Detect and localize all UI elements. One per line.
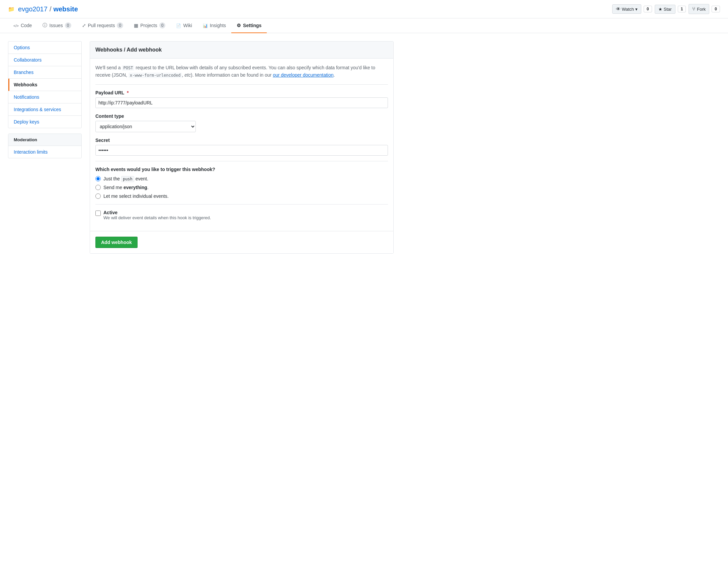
push-code: push — [121, 176, 134, 182]
sidebar-item-collaborators-label: Collaborators — [14, 57, 42, 63]
star-button[interactable]: Star — [655, 5, 675, 14]
pr-icon — [82, 23, 86, 28]
active-checkbox-group: Active We will deliver event details whe… — [95, 210, 388, 220]
event-option-individual: Let me select individual events. — [95, 193, 388, 199]
tab-insights-label: Insights — [210, 23, 226, 28]
nav-tabs: Code Issues 0 Pull requests 0 Projects 0… — [0, 18, 728, 33]
tab-projects[interactable]: Projects 0 — [129, 18, 171, 33]
projects-icon — [134, 23, 138, 28]
active-label-title: Active — [103, 210, 211, 215]
active-checkbox[interactable] — [95, 211, 101, 216]
header-actions: Watch 0 Star 1 Fork 0 — [612, 4, 720, 14]
developer-docs-link[interactable]: our developer documentation — [273, 72, 333, 78]
tab-issues[interactable]: Issues 0 — [37, 18, 76, 33]
tab-pr-label: Pull requests — [88, 23, 115, 28]
insights-icon — [203, 23, 208, 28]
sidebar-item-deploy-keys-label: Deploy keys — [14, 119, 39, 125]
sidebar-item-deploy-keys[interactable]: Deploy keys — [8, 116, 81, 128]
sidebar-item-interaction-limits-label: Interaction limits — [14, 149, 48, 155]
secret-label: Secret — [95, 138, 388, 143]
tab-wiki-label: Wiki — [183, 23, 192, 28]
page-title: Webhooks / Add webhook — [95, 47, 388, 53]
content-area: Webhooks / Add webhook We'll send a POST… — [90, 41, 394, 254]
tab-settings-label: Settings — [243, 23, 261, 28]
tab-wiki[interactable]: Wiki — [171, 18, 197, 33]
sidebar-item-branches-label: Branches — [14, 70, 33, 75]
event-option-push: Just the push event. — [95, 176, 388, 181]
projects-count: 0 — [159, 22, 166, 28]
active-label-container: Active We will deliver event details whe… — [103, 210, 211, 220]
content-type-select[interactable]: application/json application/x-www-form-… — [95, 121, 196, 132]
repo-name-link[interactable]: website — [53, 5, 78, 13]
wiki-icon — [176, 23, 181, 28]
payload-url-input[interactable] — [95, 97, 388, 108]
pr-count: 0 — [117, 22, 123, 28]
event-option-everything: Send me everything. — [95, 185, 388, 190]
push-only-label[interactable]: Just the push event. — [103, 176, 148, 181]
sidebar-item-branches[interactable]: Branches — [8, 66, 81, 79]
sidebar-main-nav: Options Collaborators Branches Webhooks … — [8, 41, 82, 128]
sidebar-item-options[interactable]: Options — [8, 42, 81, 54]
sidebar-item-notifications-label: Notifications — [14, 94, 39, 100]
events-question: Which events would you like to trigger t… — [95, 167, 388, 172]
payload-url-group: Payload URL * — [95, 90, 388, 108]
tab-projects-label: Projects — [140, 23, 157, 28]
repo-title: 📁 evgo2017 / website — [8, 5, 78, 13]
submit-section: Add webhook — [90, 231, 393, 253]
push-only-radio[interactable] — [95, 176, 101, 181]
tab-settings[interactable]: Settings — [231, 18, 267, 33]
event-radio-group: Just the push event. Send me everything.… — [95, 176, 388, 199]
required-indicator: * — [127, 90, 129, 95]
watch-count: 0 — [644, 6, 652, 12]
individual-label[interactable]: Let me select individual events. — [103, 193, 169, 199]
sidebar-item-integrations[interactable]: Integrations & services — [8, 103, 81, 116]
fork-count: 0 — [712, 6, 720, 12]
sidebar-item-webhooks-label: Webhooks — [14, 82, 37, 87]
caret-icon — [635, 7, 638, 12]
description-text: We'll send a POST request to the URL bel… — [95, 64, 388, 79]
everything-strong: everything — [124, 185, 147, 190]
everything-label[interactable]: Send me everything. — [103, 185, 149, 190]
active-label-desc: We will deliver event details when this … — [103, 215, 211, 220]
watch-label: Watch — [622, 7, 634, 12]
star-count: 1 — [678, 6, 686, 12]
settings-icon — [237, 23, 241, 28]
content-type-group: Content type application/json applicatio… — [95, 113, 388, 132]
fork-button[interactable]: Fork — [689, 4, 709, 14]
secret-group: Secret — [95, 138, 388, 156]
content-box-body: We'll send a POST request to the URL bel… — [90, 59, 393, 231]
fork-icon — [692, 6, 696, 12]
add-webhook-button[interactable]: Add webhook — [95, 237, 138, 248]
fork-label: Fork — [697, 7, 706, 12]
issues-count: 0 — [65, 22, 71, 28]
star-icon — [658, 7, 662, 12]
tab-code-label: Code — [21, 23, 32, 28]
individual-radio[interactable] — [95, 193, 101, 199]
tab-code[interactable]: Code — [8, 18, 37, 33]
secret-input[interactable] — [95, 145, 388, 156]
sidebar: Options Collaborators Branches Webhooks … — [8, 41, 82, 254]
eye-icon — [616, 6, 621, 12]
tab-insights[interactable]: Insights — [197, 18, 231, 33]
sidebar-item-notifications[interactable]: Notifications — [8, 91, 81, 103]
repo-header: 📁 evgo2017 / website Watch 0 Star 1 Fork… — [0, 0, 728, 18]
everything-radio[interactable] — [95, 185, 101, 190]
moderation-section-header: Moderation — [8, 134, 81, 146]
breadcrumb-current: Add webhook — [127, 47, 162, 53]
payload-url-section: Payload URL * Content type application/j… — [95, 84, 388, 156]
payload-url-label: Payload URL * — [95, 90, 388, 95]
code-icon — [13, 23, 19, 28]
watch-button[interactable]: Watch — [612, 4, 641, 14]
sidebar-item-integrations-label: Integrations & services — [14, 107, 61, 112]
repo-separator: / — [50, 5, 52, 13]
repo-owner-link[interactable]: evgo2017 — [18, 5, 48, 13]
sidebar-moderation-nav: Moderation Interaction limits — [8, 134, 82, 158]
repo-icon: 📁 — [8, 6, 15, 12]
post-code: POST — [122, 65, 134, 71]
content-box: Webhooks / Add webhook We'll send a POST… — [90, 41, 394, 254]
tab-pull-requests[interactable]: Pull requests 0 — [77, 18, 129, 33]
sidebar-item-interaction-limits[interactable]: Interaction limits — [8, 146, 81, 158]
sidebar-item-collaborators[interactable]: Collaborators — [8, 54, 81, 66]
sidebar-item-webhooks[interactable]: Webhooks — [8, 79, 81, 91]
main-content: Options Collaborators Branches Webhooks … — [0, 33, 402, 262]
